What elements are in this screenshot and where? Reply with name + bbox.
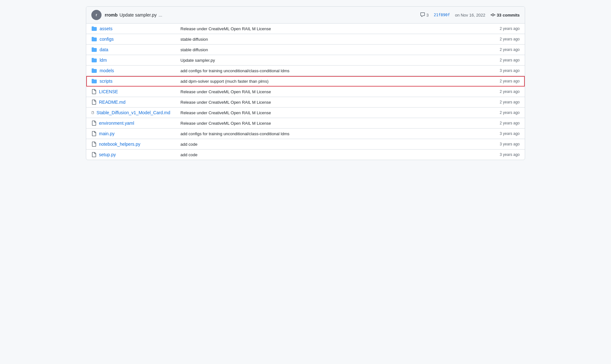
- file-icon: [91, 152, 96, 157]
- file-name-text: configs: [100, 37, 114, 42]
- comments-count: 3: [426, 13, 429, 18]
- file-name-cell[interactable]: models: [86, 66, 175, 76]
- file-name-cell[interactable]: setup.py: [86, 150, 175, 160]
- file-message-cell[interactable]: Release under CreativeML Open RAIL M Lic…: [175, 118, 474, 128]
- comment-bubble-icon: [420, 12, 425, 18]
- file-name-text: scripts: [100, 79, 112, 84]
- repo-container: r rromb Update sampler.py ... 3 21f890f …: [86, 6, 525, 160]
- file-name-cell[interactable]: ldm: [86, 55, 175, 65]
- file-name-text: environment.yaml: [99, 121, 134, 126]
- avatar: r: [91, 10, 102, 20]
- file-name-text: main.py: [99, 131, 115, 136]
- file-name-cell[interactable]: environment.yaml: [86, 118, 175, 128]
- commit-dots[interactable]: ...: [158, 12, 162, 18]
- file-name-cell[interactable]: notebook_helpers.py: [86, 139, 175, 149]
- file-time-cell: 2 years ago: [474, 55, 525, 65]
- file-name-cell[interactable]: assets: [86, 24, 175, 34]
- commit-message: Update sampler.py: [119, 12, 157, 18]
- file-name-text: Stable_Diffusion_v1_Model_Card.md: [96, 110, 170, 115]
- file-time-cell: 2 years ago: [474, 97, 525, 107]
- file-name-cell[interactable]: README.md: [86, 97, 175, 107]
- file-name-text: notebook_helpers.py: [99, 142, 140, 147]
- folder-icon: [91, 79, 97, 84]
- file-name-cell[interactable]: scripts: [86, 76, 175, 86]
- table-row: main.pyadd configs for training uncondit…: [86, 129, 525, 139]
- file-name-text: data: [100, 47, 108, 52]
- file-message-cell[interactable]: add configs for training unconditional/c…: [175, 129, 474, 139]
- file-message-cell[interactable]: add code: [175, 150, 474, 160]
- table-row: Stable_Diffusion_v1_Model_Card.mdRelease…: [86, 108, 525, 118]
- commits-count: 33: [497, 13, 501, 18]
- file-time-cell: 2 years ago: [474, 34, 525, 44]
- file-name-cell[interactable]: LICENSE: [86, 87, 175, 97]
- file-time-cell: 2 years ago: [474, 24, 525, 33]
- table-row: LICENSERelease under CreativeML Open RAI…: [86, 87, 525, 97]
- file-message-cell[interactable]: add code: [175, 139, 474, 149]
- table-row: datastable diffusion2 years ago: [86, 45, 525, 55]
- file-message-cell[interactable]: Update sampler.py: [175, 55, 474, 65]
- folder-icon: [91, 47, 97, 52]
- file-message-cell[interactable]: Release under CreativeML Open RAIL M Lic…: [175, 108, 474, 118]
- file-icon: [91, 131, 96, 136]
- file-table: assetsRelease under CreativeML Open RAIL…: [86, 24, 525, 160]
- file-time-cell: 3 years ago: [474, 150, 525, 159]
- commit-info: rromb Update sampler.py ...: [105, 12, 417, 18]
- folder-icon: [91, 58, 97, 63]
- file-time-cell: 3 years ago: [474, 66, 525, 75]
- file-message-cell[interactable]: Release under CreativeML Open RAIL M Lic…: [175, 87, 474, 97]
- file-time-cell: 2 years ago: [474, 108, 525, 117]
- table-row: configsstable diffusion2 years ago: [86, 34, 525, 45]
- file-time-cell: 3 years ago: [474, 139, 525, 149]
- file-time-cell: 2 years ago: [474, 45, 525, 54]
- file-message-cell[interactable]: Release under CreativeML Open RAIL M Lic…: [175, 24, 474, 34]
- table-row: notebook_helpers.pyadd code3 years ago: [86, 139, 525, 150]
- file-time-cell: 2 years ago: [474, 87, 525, 96]
- folder-icon: [91, 68, 97, 73]
- file-message-cell[interactable]: Release under CreativeML Open RAIL M Lic…: [175, 97, 474, 107]
- file-name-cell[interactable]: main.py: [86, 129, 175, 139]
- file-time-cell: 3 years ago: [474, 129, 525, 138]
- file-name-cell[interactable]: Stable_Diffusion_v1_Model_Card.md: [86, 108, 175, 118]
- table-row: assetsRelease under CreativeML Open RAIL…: [86, 24, 525, 34]
- file-name-text: README.md: [99, 100, 125, 105]
- commits-label: commits: [503, 13, 520, 18]
- file-message-cell[interactable]: add configs for training unconditional/c…: [175, 66, 474, 76]
- file-name-cell[interactable]: configs: [86, 34, 175, 44]
- file-message-cell[interactable]: stable diffusion: [175, 45, 474, 55]
- commit-author[interactable]: rromb: [105, 12, 117, 18]
- file-icon: [91, 110, 94, 115]
- folder-icon: [91, 37, 97, 42]
- file-name-text: LICENSE: [99, 89, 118, 94]
- file-icon: [91, 121, 96, 126]
- file-icon: [91, 89, 96, 94]
- commit-bar: r rromb Update sampler.py ... 3 21f890f …: [86, 7, 525, 24]
- file-name-cell[interactable]: data: [86, 45, 175, 55]
- table-row: setup.pyadd code3 years ago: [86, 150, 525, 160]
- file-time-cell: 2 years ago: [474, 118, 525, 128]
- file-message-cell[interactable]: add dpm-solver support (much faster than…: [175, 76, 474, 86]
- commit-meta: 3 21f890f on Nov 16, 2022 33 commits: [420, 12, 520, 18]
- table-row: ldmUpdate sampler.py2 years ago: [86, 55, 525, 66]
- file-name-text: models: [100, 68, 114, 73]
- file-message-cell[interactable]: stable diffusion: [175, 34, 474, 44]
- commit-hash[interactable]: 21f890f: [434, 13, 450, 17]
- table-row: environment.yamlRelease under CreativeML…: [86, 118, 525, 129]
- table-row: modelsadd configs for training unconditi…: [86, 66, 525, 76]
- file-name-text: ldm: [100, 58, 107, 63]
- folder-icon: [91, 26, 97, 31]
- file-time-cell: 2 years ago: [474, 76, 525, 86]
- file-name-text: assets: [100, 26, 112, 31]
- table-row: scriptsadd dpm-solver support (much fast…: [86, 76, 525, 87]
- commit-date: on Nov 16, 2022: [455, 13, 485, 18]
- comment-count-wrap[interactable]: 3: [420, 12, 429, 18]
- commits-link[interactable]: 33 commits: [490, 12, 520, 18]
- file-icon: [91, 142, 96, 147]
- file-name-text: setup.py: [99, 152, 116, 157]
- file-icon: [91, 100, 96, 105]
- table-row: README.mdRelease under CreativeML Open R…: [86, 97, 525, 108]
